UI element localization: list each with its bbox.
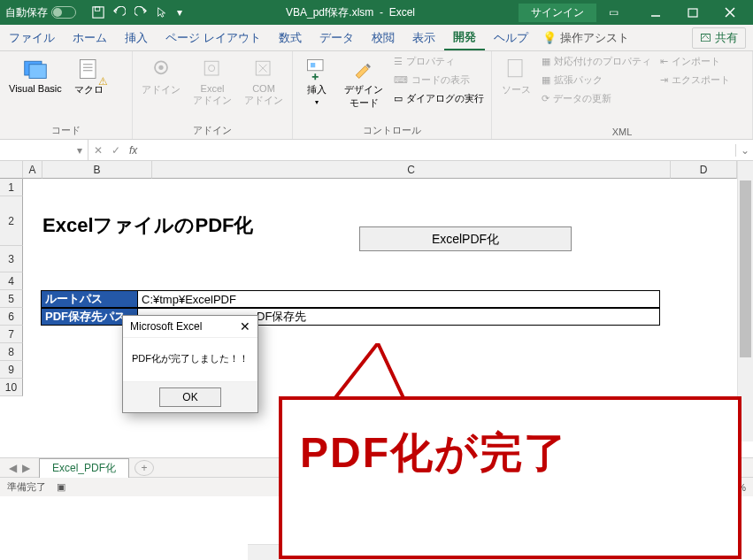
formula-bar: ▾ ✕ ✓ fx ⌄	[0, 140, 753, 161]
svg-point-13	[209, 65, 215, 72]
tab-formulas[interactable]: 数式	[270, 25, 311, 50]
macros-button[interactable]: マクロ	[69, 53, 110, 100]
svg-rect-6	[80, 60, 96, 79]
design-mode-button[interactable]: デザイン モード	[339, 53, 388, 113]
dialog-icon: ▭	[394, 93, 403, 104]
export-icon: ⇥	[660, 74, 668, 86]
tab-help[interactable]: ヘルプ	[485, 25, 537, 50]
autosave-toggle[interactable]	[51, 6, 76, 19]
expand-formula-bar[interactable]: ⌄	[735, 144, 753, 157]
title-bar: 自動保存 ▾ VBA_pdf保存.xlsm - Excel サインイン ▭	[0, 0, 753, 25]
row-headers[interactable]: 1 2 3 4 5 6 7 8 9 10	[0, 179, 23, 396]
close-button[interactable]	[712, 0, 748, 25]
excel-pdf-button[interactable]: ExcelPDF化	[359, 226, 572, 251]
cancel-icon[interactable]: ✕	[94, 144, 103, 157]
run-dialog-button[interactable]: ▭ダイアログの実行	[390, 90, 488, 107]
import-button: ⇤インポート	[657, 53, 734, 70]
tab-review[interactable]: 校閲	[363, 25, 403, 50]
svg-rect-1	[96, 7, 100, 11]
select-all-corner[interactable]	[0, 161, 23, 179]
tab-developer[interactable]: 開発	[444, 25, 485, 50]
group-controls-label: コントロール	[296, 122, 488, 139]
msgbox-ok-button[interactable]: OK	[159, 387, 221, 407]
svg-point-11	[158, 65, 163, 70]
maximize-button[interactable]	[675, 0, 711, 25]
svg-rect-12	[204, 61, 219, 75]
redo-icon[interactable]	[134, 6, 147, 19]
prev-sheet-icon[interactable]: ◀	[9, 462, 17, 474]
rootpath-label: ルートパス	[41, 290, 138, 308]
view-code-button: ⌨コードの表示	[390, 72, 488, 88]
callout-text: PDF化が完了	[300, 425, 568, 481]
macro-recorder-icon[interactable]: ▣	[57, 481, 65, 493]
refresh-icon: ⟳	[542, 93, 549, 104]
tab-pagelayout[interactable]: ページ レイアウト	[157, 25, 270, 50]
share-icon: ⮹	[700, 31, 711, 44]
tab-file[interactable]: ファイル	[0, 25, 64, 50]
addin-button: アドイン	[136, 53, 186, 100]
properties-icon: ☰	[394, 56, 403, 67]
name-box[interactable]: ▾	[0, 140, 88, 160]
code-icon: ⌨	[394, 74, 408, 86]
undo-icon[interactable]	[113, 6, 126, 19]
enter-icon[interactable]: ✓	[111, 144, 120, 157]
svg-rect-5	[29, 65, 46, 79]
group-code-label: コード	[4, 122, 128, 139]
ribbon: Visual Basic マクロ コード アドイン Excel アドイン COM…	[0, 51, 753, 140]
group-xml-label: XML	[496, 125, 749, 139]
map-icon: ▦	[542, 56, 550, 67]
pointer-icon[interactable]	[156, 6, 168, 19]
save-icon[interactable]	[92, 6, 104, 19]
svg-marker-18	[334, 343, 404, 400]
page-title: ExcelファイルのPDF化	[42, 212, 254, 239]
fx-icon[interactable]: fx	[129, 144, 137, 157]
pack-icon: ▦	[542, 74, 550, 86]
rootpath-value[interactable]: C:¥tmp¥ExcelPDF	[138, 290, 660, 308]
msgbox: Microsoft Excel ✕ PDF化が完了しました！！ OK	[122, 315, 258, 413]
status-ready: 準備完了	[7, 480, 46, 494]
svg-rect-16	[311, 63, 315, 67]
callout: PDF化が完了	[279, 370, 743, 560]
window-title: VBA_pdf保存.xlsm - Excel	[182, 5, 519, 20]
next-sheet-icon[interactable]: ▶	[22, 462, 30, 474]
add-sheet-button[interactable]: +	[134, 460, 154, 476]
minimize-button[interactable]	[638, 0, 673, 25]
msgbox-body: PDF化が完了しました！！	[123, 338, 257, 381]
tab-view[interactable]: 表示	[403, 25, 444, 50]
properties-button: ☰プロパティ	[390, 53, 488, 70]
tab-home[interactable]: ホーム	[64, 25, 116, 50]
svg-rect-3	[688, 9, 697, 17]
export-button: ⇥エクスポート	[657, 72, 734, 88]
autosave[interactable]: 自動保存	[5, 5, 76, 20]
msgbox-title: Microsoft Excel	[130, 320, 202, 333]
tab-data[interactable]: データ	[311, 25, 363, 50]
visual-basic-button[interactable]: Visual Basic	[4, 53, 67, 97]
import-icon: ⇤	[660, 56, 668, 67]
map-props-button: ▦対応付けのプロパティ	[538, 53, 655, 70]
tab-insert[interactable]: 挿入	[116, 25, 157, 50]
excel-addin-button: Excel アドイン	[188, 53, 237, 111]
xml-source-button: ソース	[496, 53, 536, 100]
msgbox-close-icon[interactable]: ✕	[240, 319, 250, 334]
signin-button[interactable]: サインイン	[519, 4, 596, 22]
svg-rect-17	[508, 60, 522, 77]
rootpath-row: ルートパス C:¥tmp¥ExcelPDF	[41, 290, 660, 308]
tell-me[interactable]: 💡 操作アシスト	[542, 30, 629, 46]
com-addin-button: COM アドイン	[239, 53, 288, 111]
insert-control-button[interactable]: 挿入▾	[296, 53, 337, 110]
expansion-button: ▦拡張パック	[538, 72, 655, 88]
refresh-button: ⟳データの更新	[538, 90, 655, 107]
sheet-tab-1[interactable]: Excel_PDF化	[39, 458, 129, 478]
group-addins-label: アドイン	[136, 122, 288, 139]
ribbon-options-icon[interactable]: ▭	[600, 6, 627, 19]
svg-rect-0	[93, 7, 104, 18]
ribbon-tabs: ファイル ホーム 挿入 ページ レイアウト 数式 データ 校閲 表示 開発 ヘル…	[0, 25, 753, 51]
share-button[interactable]: ⮹ 共有	[692, 27, 746, 49]
column-headers[interactable]: A B C D	[23, 161, 737, 179]
quick-access-toolbar: ▾	[92, 6, 182, 19]
lightbulb-icon: 💡	[542, 31, 557, 44]
